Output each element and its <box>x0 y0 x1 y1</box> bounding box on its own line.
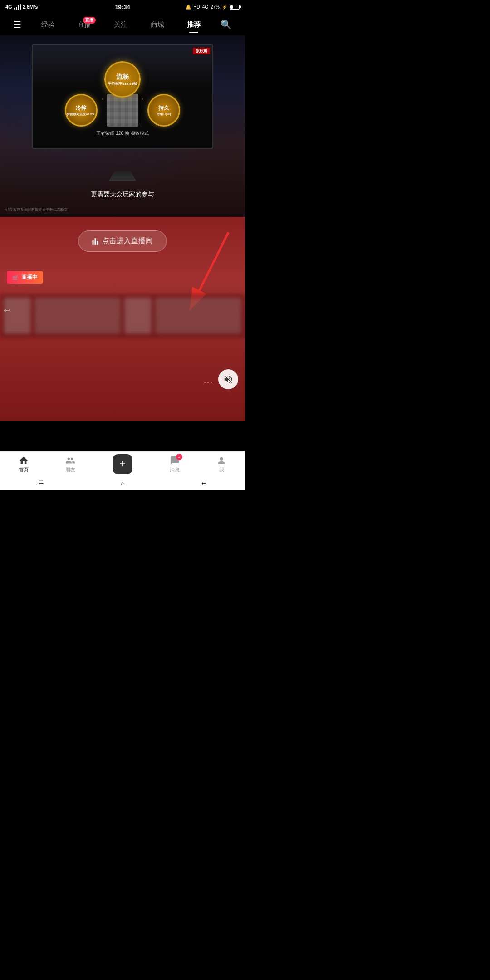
monitor-container: 60:00 流畅 平均帧率119.61帧 冷静 <box>27 44 218 181</box>
pixel-blur <box>107 94 138 127</box>
product-thumb-1 <box>4 298 31 334</box>
search-icon[interactable]: 🔍 <box>220 19 232 30</box>
network-type: 4G <box>5 4 12 10</box>
messages-label: 消息 <box>170 466 180 473</box>
blurred-middle <box>107 94 138 127</box>
signal-bar-3 <box>18 5 19 10</box>
nav-label-recommend: 推荐 <box>187 20 201 28</box>
live-nav-badge: 直播 <box>83 17 96 24</box>
more-options-button[interactable]: ··· <box>204 377 213 387</box>
add-button[interactable]: + <box>113 454 132 474</box>
live-section: 点击进入直播间 🛒 直播中 ↩ ··· <box>0 217 245 421</box>
friends-label: 朋友 <box>65 466 75 473</box>
plus-icon: + <box>119 458 126 469</box>
home-label: 首页 <box>19 466 29 473</box>
big-screen: 60:00 流畅 平均帧率119.61帧 冷静 <box>32 44 213 149</box>
menu-icon[interactable]: ☰ <box>13 19 21 30</box>
battery-percent: 27% <box>211 5 220 10</box>
status-right: 🔔 HD 4G 27% ⚡ <box>186 5 240 10</box>
friends-icon <box>65 456 75 466</box>
cart-icon: 🛒 <box>12 274 19 281</box>
game-label: 王者荣耀 120 帧 极致模式 <box>96 130 148 137</box>
mute-icon <box>223 374 233 384</box>
profile-icon <box>216 456 226 466</box>
nav-label-shop: 商城 <box>151 20 164 28</box>
endure-label: 持久 <box>158 104 169 112</box>
nav-add[interactable]: + <box>113 454 132 474</box>
system-home-button[interactable]: ⌂ <box>121 480 124 487</box>
battery-icon <box>230 5 240 10</box>
nav-messages[interactable]: 消息 1 <box>170 456 180 473</box>
bar-3 <box>97 241 98 245</box>
battery-fill <box>230 5 233 9</box>
signal-bar-4 <box>20 4 21 10</box>
video-corner-note: *相关程序及测试数据来自于数码实验室 <box>5 207 68 212</box>
messages-badge: 1 <box>176 454 182 460</box>
circle-cool: 冷静 持握最高温度41.5°C <box>65 94 98 127</box>
circles-bottom: 冷静 持握最高温度41.5°C 持久 持续1小时 <box>65 94 180 127</box>
status-time: 19:34 <box>115 4 130 10</box>
smooth-label: 流畅 <box>116 73 129 81</box>
left-edge-icon: ↩ <box>4 305 10 315</box>
video-bottom-text: 更需要大众玩家的参与 <box>0 191 245 199</box>
nav-item-experience[interactable]: 经验 <box>39 19 58 31</box>
product-info-1 <box>34 298 121 334</box>
circle-endure: 持久 持续1小时 <box>147 94 180 127</box>
circle-smooth: 流畅 平均帧率119.61帧 <box>104 61 141 98</box>
signal-bar-2 <box>16 7 17 10</box>
endure-detail: 持续1小时 <box>157 112 171 117</box>
me-label: 我 <box>219 466 224 473</box>
enter-live-label: 点击进入直播间 <box>102 236 153 246</box>
product-row <box>0 294 245 338</box>
bar-1 <box>93 240 94 245</box>
blurred-products <box>0 294 245 339</box>
bottom-nav: 首页 朋友 + 消息 1 我 <box>0 451 245 476</box>
signal-bars <box>14 4 21 10</box>
mute-button[interactable] <box>218 369 238 389</box>
nav-label-experience: 经验 <box>41 20 55 28</box>
network-speed: 2.6M/s <box>23 4 38 10</box>
smooth-detail: 平均帧率119.61帧 <box>108 81 137 86</box>
hd-badge: HD <box>193 5 200 10</box>
monitor-stand <box>109 172 136 181</box>
bar-2 <box>95 238 96 245</box>
product-info-2 <box>155 298 241 334</box>
4g-badge: 4G <box>202 5 208 10</box>
nav-home[interactable]: 首页 <box>19 456 29 473</box>
live-status-badge: 🛒 直播中 <box>7 271 43 284</box>
nav-item-shop[interactable]: 商城 <box>148 19 167 31</box>
notification-icon: 🔔 <box>186 5 191 10</box>
system-back-button[interactable]: ↩ <box>201 480 207 487</box>
nav-item-follow[interactable]: 关注 <box>111 19 130 31</box>
nav-item-recommend[interactable]: 推荐 <box>184 19 203 31</box>
signal-bar-1 <box>14 8 15 10</box>
nav-label-follow: 关注 <box>114 20 127 28</box>
cool-detail: 持握最高温度41.5°C <box>67 112 95 117</box>
system-menu-button[interactable]: ☰ <box>38 480 44 487</box>
nav-friends[interactable]: 朋友 <box>65 456 75 473</box>
status-bar: 4G 2.6M/s 19:34 🔔 HD 4G 27% ⚡ <box>0 0 245 14</box>
cool-label: 冷静 <box>76 104 87 112</box>
live-bars-icon <box>93 238 98 245</box>
product-thumb-2 <box>124 298 152 334</box>
video-section: 60:00 流畅 平均帧率119.61帧 冷静 <box>0 35 245 217</box>
home-icon <box>19 456 29 466</box>
live-badge-label: 直播中 <box>21 274 38 281</box>
status-left: 4G 2.6M/s <box>5 4 38 10</box>
nav-me[interactable]: 我 <box>216 456 226 473</box>
top-nav: ☰ 经验 直播 直播 关注 商城 推荐 🔍 <box>0 14 245 35</box>
charging-icon: ⚡ <box>222 5 227 10</box>
nav-item-live[interactable]: 直播 直播 <box>75 19 94 31</box>
system-nav: ☰ ⌂ ↩ <box>0 476 245 490</box>
timer-badge: 60:00 <box>193 48 210 54</box>
